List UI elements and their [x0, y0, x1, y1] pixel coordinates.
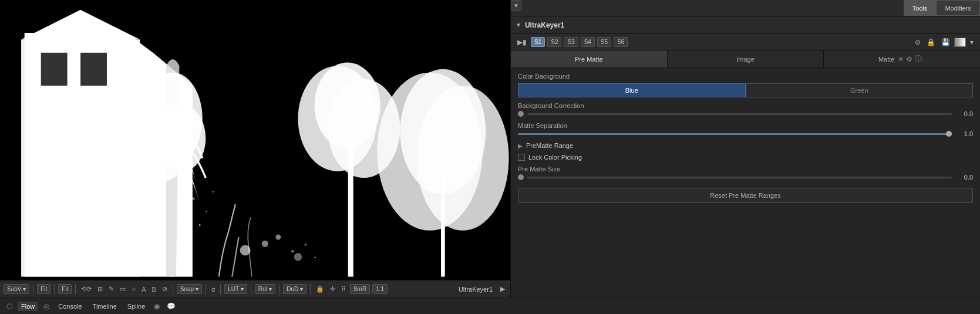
step-s4-btn[interactable]: S4	[581, 37, 595, 47]
step-s5-btn[interactable]: S5	[597, 37, 611, 47]
matte-separation-slider-row: 1.0	[518, 130, 973, 137]
modifiers-tab[interactable]: Modifiers	[936, 0, 980, 16]
matte-separation-value: 1.0	[955, 130, 973, 137]
step-s3-btn[interactable]: S3	[564, 37, 578, 47]
pre-matte-size-track[interactable]	[527, 177, 952, 178]
crosshair-icon[interactable]: ✛	[328, 284, 337, 294]
timeline-tab[interactable]: Timeline	[89, 302, 120, 311]
subv-button[interactable]: SubV ▾	[4, 284, 29, 294]
pre-matte-size-handle[interactable]	[518, 174, 524, 180]
pre-matte-range-expand[interactable]: ▶	[518, 143, 523, 149]
console-icon[interactable]: ◎	[42, 301, 51, 312]
dod-button[interactable]: DoD ▾	[283, 284, 307, 294]
svg-rect-25	[315, 257, 316, 258]
viewport-toolbar: SubV ▾ Fit Fit ⟲⟳ ⊞ ✎ ▭ ○ A B ⊘ Snap ▾ α…	[0, 280, 510, 298]
top-tabs-spacer	[521, 0, 904, 16]
lock-icon[interactable]: 🔒	[314, 284, 326, 294]
svg-rect-17	[41, 53, 68, 86]
step-prev-btn[interactable]: ▶▮	[516, 38, 528, 47]
svg-point-12	[262, 241, 268, 247]
svg-point-13	[294, 253, 302, 261]
bg-correction-track[interactable]	[527, 113, 952, 115]
separator-4	[173, 284, 173, 295]
transform-icon[interactable]: ⟲⟳	[79, 284, 93, 294]
reset-icon[interactable]: ✕	[898, 55, 904, 63]
lock-color-picking-checkbox[interactable]	[518, 154, 525, 161]
blue-btn[interactable]: Blue	[518, 83, 746, 97]
flow-icon[interactable]: ⬡	[5, 301, 14, 312]
save-step-icon[interactable]: 💾	[939, 38, 952, 47]
tool-name-label: UltraKeyer1	[455, 286, 496, 293]
panel-toggle-btn[interactable]: ▼	[511, 0, 521, 11]
svg-point-14	[275, 235, 281, 240]
smr-button[interactable]: SmR	[350, 284, 370, 294]
svg-rect-19	[193, 198, 194, 200]
reset-btn[interactable]: Reset Pre Matte Ranges	[518, 188, 973, 203]
viewport-panel: SubV ▾ Fit Fit ⟲⟳ ⊞ ✎ ▭ ○ A B ⊘ Snap ▾ α…	[0, 0, 511, 298]
param-tabs: Pre Matte Image Matte ✕ ⚙ ⓘ	[511, 50, 980, 68]
bg-correction-section: Background Correction 0.0	[518, 102, 973, 117]
settings-icon[interactable]: ⚙	[906, 55, 912, 63]
svg-rect-23	[291, 250, 294, 252]
lock-step-icon[interactable]: 🔒	[925, 38, 937, 47]
ratio-button[interactable]: 1:1	[372, 284, 388, 294]
pre-matte-range-label: PreMatte Range	[526, 142, 573, 149]
viewport-canvas	[0, 0, 510, 280]
tool-expand-btn[interactable]: ▼	[516, 22, 521, 28]
svg-rect-18	[80, 53, 107, 86]
text-b-icon[interactable]: B	[150, 285, 157, 294]
pre-matte-size-label: Pre Matte Size	[518, 166, 973, 173]
step-s1-btn[interactable]: S1	[531, 37, 545, 47]
tools-tab[interactable]: Tools	[904, 0, 937, 16]
tab-matte[interactable]: Matte ✕ ⚙ ⓘ	[824, 50, 980, 67]
bg-correction-label: Background Correction	[518, 102, 973, 109]
info-icon[interactable]: ⓘ	[915, 54, 922, 64]
eraser-icon[interactable]: ⊘	[160, 284, 169, 294]
tool-header: ▼ UltraKeyer1	[511, 16, 980, 34]
snap-button[interactable]: Snap ▾	[177, 284, 202, 294]
svg-rect-20	[206, 211, 207, 212]
color-preview[interactable]	[954, 38, 966, 47]
color-background-label: Color Background	[518, 73, 973, 80]
text-a-icon[interactable]: A	[140, 285, 147, 294]
fit-button-2[interactable]: Fit	[58, 284, 72, 294]
svg-rect-24	[305, 244, 307, 245]
lock-color-picking-label: Lock Color Picking	[528, 154, 582, 161]
flow-tab[interactable]: Flow	[18, 302, 38, 311]
pencil-icon[interactable]: ✎	[107, 284, 116, 294]
grid-icon[interactable]: ⊞	[96, 284, 105, 294]
matte-separation-track[interactable]	[518, 133, 952, 135]
rect-icon[interactable]: ▭	[118, 284, 127, 294]
matte-image	[0, 0, 510, 280]
spline-tab[interactable]: Spline	[124, 302, 149, 311]
step-s6-btn[interactable]: S6	[614, 37, 628, 47]
fit-button-1[interactable]: Fit	[37, 284, 50, 294]
bg-correction-handle[interactable]	[518, 111, 524, 117]
bg-correction-slider-row: 0.0	[518, 110, 973, 117]
top-tabs: ▼ Tools Modifiers	[511, 0, 980, 16]
spline-icon[interactable]: ◉	[152, 301, 161, 312]
green-btn[interactable]: Green	[746, 83, 974, 97]
link-icon[interactable]: ⊘	[913, 38, 922, 47]
separator-1	[33, 284, 33, 295]
dots-icon[interactable]: ⠿	[339, 284, 348, 294]
roi-button[interactable]: RoI ▾	[255, 284, 275, 294]
speech-icon[interactable]: 💬	[165, 301, 177, 312]
tab-pre-matte[interactable]: Pre Matte	[511, 50, 668, 67]
main-area: SubV ▾ Fit Fit ⟲⟳ ⊞ ✎ ▭ ○ A B ⊘ Snap ▾ α…	[0, 0, 980, 298]
alpha-icon[interactable]: α	[210, 285, 217, 294]
console-tab[interactable]: Console	[55, 302, 85, 311]
pre-matte-size-value: 0.0	[955, 174, 973, 181]
tab-image[interactable]: Image	[668, 50, 824, 67]
step-s2-btn[interactable]: S2	[547, 37, 561, 47]
circle-icon[interactable]: ○	[130, 285, 137, 294]
svg-point-4	[160, 106, 206, 171]
svg-rect-22	[199, 224, 200, 226]
separator-5	[206, 284, 206, 295]
matte-separation-handle[interactable]	[946, 131, 952, 137]
color-bg-buttons: Blue Green	[518, 83, 973, 97]
expand-step-icon[interactable]: ▾	[968, 38, 975, 47]
scroll-right-icon[interactable]: ▶	[499, 284, 507, 294]
separator-8	[279, 284, 279, 295]
lut-button[interactable]: LUT ▾	[224, 284, 247, 294]
